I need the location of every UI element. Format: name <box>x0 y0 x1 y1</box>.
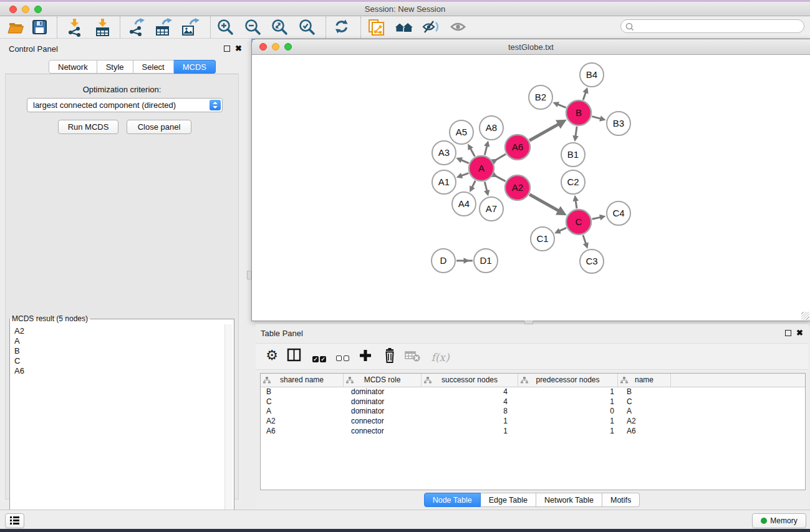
open-session-file-icon[interactable] <box>368 18 387 37</box>
tab-mcds[interactable]: MCDS <box>174 60 216 74</box>
network-canvas[interactable]: AA1A2A3A4A5A6A7A8BB1B2B3B4CC1C2C3C4DD1 <box>252 55 810 321</box>
tab-select[interactable]: Select <box>133 60 174 74</box>
tab-style[interactable]: Style <box>97 60 133 74</box>
cell[interactable]: dominator <box>344 387 422 397</box>
toggle-panes-icon[interactable] <box>284 347 304 367</box>
column-header-predecessor-nodes[interactable]: predecessor nodes <box>518 374 618 387</box>
zoom-selected-icon[interactable] <box>298 18 317 37</box>
zoom-in-icon[interactable] <box>216 18 235 37</box>
cell[interactable]: 1 <box>518 427 618 437</box>
cell[interactable]: 0 <box>518 407 618 417</box>
cell[interactable]: A2 <box>261 417 344 427</box>
edge-B-B3[interactable] <box>592 117 601 119</box>
cell[interactable]: 1 <box>518 397 618 407</box>
cell[interactable]: 1 <box>518 387 618 397</box>
cell[interactable]: 1 <box>422 417 518 427</box>
import-table-icon[interactable] <box>94 18 112 37</box>
cell[interactable]: 4 <box>422 387 518 397</box>
edge-B-B4[interactable] <box>583 92 586 100</box>
edge-A-A7[interactable] <box>485 181 487 191</box>
cell[interactable]: A6 <box>261 427 344 437</box>
cell[interactable]: A <box>261 407 344 417</box>
mcds-result-item[interactable]: C <box>14 356 233 366</box>
cell[interactable]: A <box>618 407 671 417</box>
cell[interactable]: 8 <box>422 407 518 417</box>
task-history-button[interactable] <box>5 513 24 528</box>
mcds-result-item[interactable]: B <box>14 346 233 356</box>
table-row[interactable]: A2connector11A2 <box>261 417 805 427</box>
cell[interactable]: B <box>261 387 344 397</box>
criterion-dropdown[interactable]: largest connected component (directed) <box>27 98 223 112</box>
zoom-fit-icon[interactable] <box>271 18 289 37</box>
tab-motifs[interactable]: Motifs <box>602 493 640 507</box>
close-panel-button[interactable]: Close panel <box>127 120 191 134</box>
cell[interactable]: 1 <box>518 417 618 427</box>
cell[interactable]: dominator <box>344 397 422 407</box>
cell[interactable]: C <box>618 397 671 407</box>
select-all-checkboxes-icon[interactable]: ✓✓ <box>309 347 329 367</box>
open-folder-icon[interactable] <box>7 18 26 37</box>
cell[interactable]: 1 <box>422 427 518 437</box>
home-houses-icon[interactable] <box>394 18 413 37</box>
export-network-icon[interactable] <box>127 18 146 37</box>
edge-A6-B[interactable] <box>529 124 559 141</box>
zoom-out-icon[interactable] <box>244 18 263 37</box>
tab-network[interactable]: Network <box>49 60 97 74</box>
edge-A2-C[interactable] <box>529 195 559 211</box>
settings-gear-icon[interactable]: ⚙ <box>262 347 282 367</box>
edge-B-B2[interactable] <box>557 104 566 108</box>
network-window-titlebar[interactable]: testGlobe.txt <box>252 39 810 55</box>
edge-A-A5[interactable] <box>470 148 475 157</box>
cell[interactable]: A6 <box>618 427 671 437</box>
edge-A-A3[interactable] <box>460 160 468 163</box>
vertical-splitter-handle[interactable] <box>247 271 251 279</box>
float-table-panel-icon[interactable] <box>785 330 791 336</box>
deselect-all-checkboxes-icon[interactable] <box>332 347 352 367</box>
export-table-icon[interactable] <box>154 18 173 37</box>
cell[interactable]: connector <box>344 427 422 437</box>
cell[interactable]: dominator <box>344 407 422 417</box>
hide-panels-eye-icon[interactable] <box>422 18 441 37</box>
table-row[interactable]: Bdominator41B <box>261 387 805 397</box>
cell[interactable]: C <box>261 397 344 407</box>
edge-A-A8[interactable] <box>485 145 487 155</box>
run-mcds-button[interactable]: Run MCDS <box>58 120 118 134</box>
cell[interactable]: A2 <box>618 417 671 427</box>
mcds-result-list[interactable]: A2ABCA6 <box>11 324 233 523</box>
refresh-icon[interactable] <box>333 18 352 37</box>
show-panels-eye-icon[interactable] <box>450 18 468 37</box>
tab-network-table[interactable]: Network Table <box>536 493 602 507</box>
mcds-result-item[interactable]: A <box>14 336 233 346</box>
cell[interactable]: connector <box>344 417 422 427</box>
import-network-icon[interactable] <box>65 18 84 37</box>
add-column-icon[interactable] <box>355 347 375 367</box>
column-header-name[interactable]: name <box>618 374 671 387</box>
search-input[interactable] <box>637 21 799 32</box>
window-resize-grip[interactable] <box>801 312 809 320</box>
search-field[interactable] <box>620 19 804 33</box>
cell[interactable]: 4 <box>422 397 518 407</box>
edge-C-C1[interactable] <box>559 228 566 231</box>
edge-B-B1[interactable] <box>576 127 577 137</box>
close-panel-icon[interactable]: ✖ <box>235 44 242 53</box>
table-row[interactable]: Adominator80A <box>261 407 805 417</box>
mcds-result-item[interactable]: A2 <box>14 326 233 336</box>
tab-edge-table[interactable]: Edge Table <box>481 493 536 507</box>
float-panel-icon[interactable] <box>224 46 230 52</box>
edge-C-C4[interactable] <box>592 217 601 219</box>
delete-column-icon[interactable] <box>380 347 400 367</box>
cell[interactable]: B <box>618 387 671 397</box>
mcds-result-item[interactable]: A6 <box>14 366 233 376</box>
edge-C-C3[interactable] <box>583 235 586 244</box>
mcds-result-scrollbar[interactable] <box>224 324 233 523</box>
column-header-successor-nodes[interactable]: successor nodes <box>422 374 518 387</box>
table-row[interactable]: A6connector11A6 <box>261 427 805 437</box>
table-row[interactable]: Cdominator41C <box>261 397 805 407</box>
column-header-MCDS-role[interactable]: MCDS role <box>344 374 422 387</box>
close-table-panel-icon[interactable]: ✖ <box>796 328 803 337</box>
memory-button[interactable]: Memory <box>752 513 806 528</box>
export-image-icon[interactable] <box>181 18 200 37</box>
edge-C-C2[interactable] <box>576 200 577 208</box>
tab-node-table[interactable]: Node Table <box>424 493 481 507</box>
column-header-shared-name[interactable]: shared name <box>261 374 344 387</box>
